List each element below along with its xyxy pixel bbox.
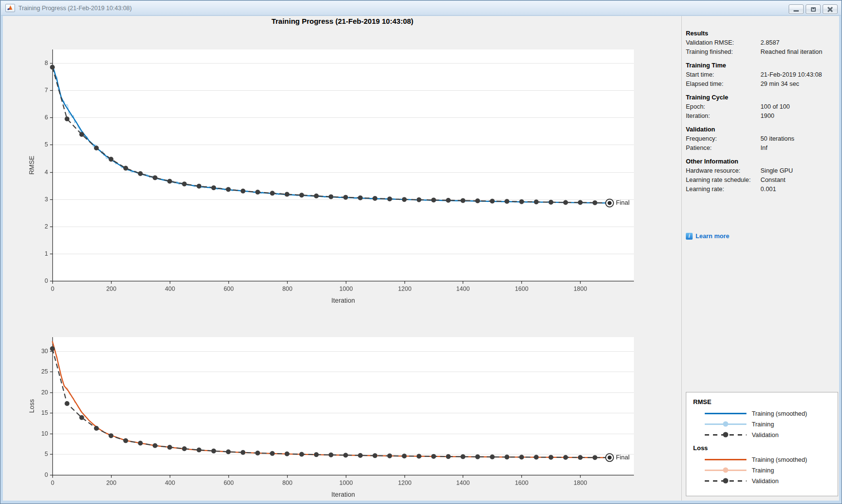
info-label: Start time: [686, 70, 761, 79]
info-value: Single GPU [761, 166, 837, 175]
info-label: Hardware resource: [686, 166, 761, 175]
line-dot-sample [705, 421, 746, 427]
window-titlebar[interactable]: Training Progress (21-Feb-2019 10:43:08) [1, 1, 841, 16]
figure-title: Training Progress (21-Feb-2019 10:43:08) [51, 17, 633, 25]
legend-group-title-loss: Loss [693, 444, 831, 454]
legend-item: Validation [693, 475, 831, 486]
legend-item: Training (smoothed) [693, 408, 831, 419]
info-value: 2.8587 [761, 38, 837, 47]
info-value: 0.001 [761, 184, 837, 194]
dash-dot-sample [705, 478, 746, 484]
section-title: Training Cycle [686, 93, 837, 102]
training-progress-window: Training Progress (21-Feb-2019 10:43:08)… [0, 0, 842, 504]
window-title: Training Progress (21-Feb-2019 10:43:08) [18, 5, 132, 12]
info-value: Inf [761, 143, 837, 152]
info-label: Validation RMSE: [686, 38, 761, 47]
info-value: Constant [761, 175, 837, 184]
figure-area: Training Progress (21-Feb-2019 10:43:08)… [3, 16, 839, 501]
learn-more-link[interactable]: i Learn more [686, 232, 729, 240]
minimize-icon [793, 10, 799, 12]
info-value: 21-Feb-2019 10:43:08 [761, 70, 837, 79]
info-label: Learning rate: [686, 184, 761, 194]
legend-item-label: Validation [752, 431, 778, 439]
minimize-button[interactable] [789, 4, 804, 14]
training-cycle-section: Training Cycle Epoch:100 of 100 Iteratio… [686, 93, 837, 120]
learn-more-label: Learn more [696, 232, 729, 240]
section-title: Validation [686, 125, 837, 134]
info-label: Frequency: [686, 134, 761, 143]
info-label: Elapsed time: [686, 79, 761, 88]
section-title: Other Information [686, 157, 837, 166]
info-icon: i [686, 233, 693, 240]
training-time-section: Training Time Start time:21-Feb-2019 10:… [686, 61, 837, 88]
close-icon [827, 7, 833, 12]
legend-group-title-rmse: RMSE [693, 398, 831, 408]
window-controls [789, 4, 838, 14]
info-label: Iteration: [686, 111, 761, 120]
restore-button[interactable] [806, 4, 821, 14]
info-value: 29 min 34 sec [761, 79, 837, 88]
validation-section: Validation Frequency:50 iterations Patie… [686, 125, 837, 152]
legend-item-label: Validation [752, 477, 778, 485]
info-value: 1900 [761, 111, 837, 120]
rmse-chart [20, 28, 651, 307]
legend-item: Training [693, 419, 831, 429]
legend-item-label: Training (smoothed) [752, 410, 807, 417]
legend-item-label: Training (smoothed) [752, 456, 807, 463]
restore-icon [811, 7, 816, 12]
info-label: Epoch: [686, 102, 761, 111]
results-section: Results Validation RMSE:2.8587 Training … [686, 29, 837, 56]
panel-divider [681, 16, 682, 501]
training-info-panel: Results Validation RMSE:2.8587 Training … [686, 29, 837, 198]
legend-item-label: Training [752, 421, 774, 428]
section-title: Training Time [686, 61, 837, 70]
other-information-section: Other Information Hardware resource:Sing… [686, 157, 837, 194]
info-value: 50 iterations [761, 134, 837, 143]
info-value: Reached final iteration [761, 47, 837, 56]
line-dot-sample [705, 467, 746, 473]
legend: RMSE Training (smoothed) Training Valida… [686, 392, 838, 496]
solid-line-sample [705, 456, 746, 462]
legend-item: Training (smoothed) [693, 454, 831, 465]
info-label: Learning rate schedule: [686, 175, 761, 184]
info-label: Training finished: [686, 47, 761, 56]
solid-line-sample [705, 410, 746, 416]
info-value: 100 of 100 [761, 102, 837, 111]
legend-item: Validation [693, 429, 831, 440]
legend-item-label: Training [752, 467, 774, 474]
info-label: Patience: [686, 143, 761, 152]
section-title: Results [686, 29, 837, 38]
dash-dot-sample [705, 432, 746, 438]
legend-item: Training [693, 465, 831, 475]
close-button[interactable] [823, 4, 838, 14]
loss-chart [20, 315, 651, 502]
matlab-icon [5, 4, 15, 12]
